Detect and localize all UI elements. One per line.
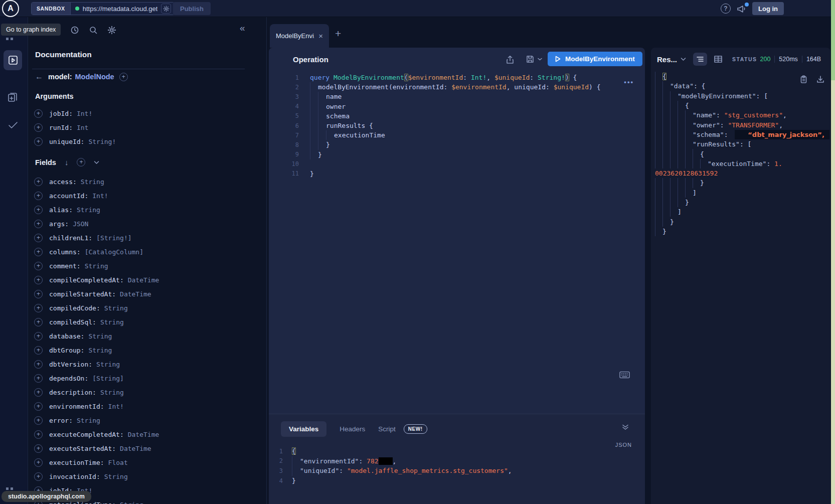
field-name-link[interactable]: description:: [49, 389, 96, 396]
field-name-link[interactable]: compiledCode:: [49, 304, 100, 312]
field-name-link[interactable]: access:: [49, 178, 77, 186]
add-to-operation-button[interactable]: [34, 388, 43, 397]
tab-script[interactable]: Script: [378, 425, 396, 433]
add-to-operation-button[interactable]: [34, 290, 43, 298]
chevron-down-icon[interactable]: [681, 57, 686, 61]
add-to-operation-button[interactable]: [34, 220, 43, 228]
field-name-link[interactable]: dbtVersion:: [49, 361, 92, 368]
field-type-link[interactable]: String: [81, 178, 104, 186]
rail-bottom-icon[interactable]: [6, 487, 9, 490]
add-to-operation-button[interactable]: [34, 374, 43, 383]
add-to-operation-button[interactable]: [34, 458, 43, 467]
field-type-link[interactable]: String: [104, 473, 128, 480]
field-type-link[interactable]: String: [77, 417, 100, 424]
add-to-operation-button[interactable]: [34, 332, 43, 341]
field-name-link[interactable]: childrenL1:: [49, 234, 92, 242]
sort-fields-button[interactable]: ↓: [65, 158, 69, 166]
response-json-view[interactable]: {"data": {"modelByEnvironment": [{"name"…: [651, 72, 830, 504]
field-name-link[interactable]: uniqueId:: [49, 138, 84, 145]
collapse-docs-button[interactable]: «: [240, 23, 245, 33]
field-type-link[interactable]: String: [120, 501, 143, 504]
field-type-link[interactable]: String!: [88, 138, 116, 145]
page-scrollbar[interactable]: [831, 0, 835, 504]
field-type-link[interactable]: Int: [77, 124, 88, 131]
add-to-operation-button[interactable]: [34, 206, 43, 214]
close-tab-button[interactable]: ×: [318, 32, 323, 40]
add-to-operation-button[interactable]: [34, 276, 43, 284]
field-type-link[interactable]: String: [96, 361, 120, 368]
add-to-operation-button[interactable]: [34, 318, 43, 326]
share-operation-button[interactable]: [506, 55, 515, 65]
response-title-dropdown[interactable]: Res...: [657, 55, 677, 64]
field-name-link[interactable]: environmentId:: [49, 403, 104, 410]
add-to-operation-button[interactable]: [34, 123, 43, 132]
field-name-link[interactable]: executeStartedAt:: [49, 445, 116, 452]
field-type-link[interactable]: [String]: [92, 375, 124, 382]
graphql-editor[interactable]: 1query ModelByEnvironment($environmentId…: [269, 73, 645, 179]
save-operation-button[interactable]: [526, 55, 542, 64]
run-operation-button[interactable]: ModelByEnvironment: [548, 52, 642, 66]
field-type-link[interactable]: Int!: [92, 192, 108, 200]
new-tab-button[interactable]: +: [335, 28, 341, 39]
rail-item-schema[interactable]: [7, 91, 19, 103]
field-type-link[interactable]: JSON: [73, 220, 88, 228]
add-to-operation-button[interactable]: [34, 416, 43, 425]
search-button[interactable]: [89, 26, 98, 35]
field-type-link[interactable]: DateTime: [128, 276, 159, 284]
field-type-link[interactable]: String: [100, 389, 124, 396]
field-name-link[interactable]: dependsOn:: [49, 375, 88, 382]
add-to-operation-button[interactable]: [34, 304, 43, 312]
field-type-link[interactable]: String: [88, 332, 112, 340]
publish-button[interactable]: Publish: [173, 2, 211, 15]
add-to-operation-button[interactable]: [34, 137, 43, 146]
add-to-operation-button[interactable]: [34, 444, 43, 453]
field-name-link[interactable]: database:: [49, 332, 84, 340]
endpoint-url-input[interactable]: https://metadata.cloud.get: [83, 5, 158, 13]
field-type-link[interactable]: DateTime: [120, 290, 151, 298]
history-button[interactable]: [70, 26, 79, 35]
field-name-link[interactable]: executionTime:: [49, 459, 104, 466]
field-name-link[interactable]: invocationId:: [49, 473, 100, 480]
keyboard-shortcuts-button[interactable]: [619, 371, 630, 379]
back-arrow-button[interactable]: ←: [35, 72, 43, 81]
field-name-link[interactable]: runId:: [49, 124, 73, 131]
field-type-link[interactable]: [String!]: [96, 234, 131, 242]
tab-modelbyenvironment[interactable]: ModelByEnvi... ×: [270, 24, 329, 48]
endpoint-control[interactable]: SANDBOX https://metadata.cloud.get: [31, 2, 175, 15]
endpoint-settings-button[interactable]: [161, 4, 171, 14]
field-type-link[interactable]: String: [77, 206, 100, 214]
add-all-fields-button[interactable]: [119, 73, 128, 81]
field-name-link[interactable]: error:: [49, 417, 73, 424]
field-name-link[interactable]: jobId:: [49, 110, 73, 117]
field-name-link[interactable]: dbtGroup:: [49, 347, 84, 354]
parent-type-link[interactable]: ModelNode: [75, 73, 114, 81]
help-button[interactable]: ?: [721, 4, 731, 14]
field-type-link[interactable]: String: [88, 347, 112, 354]
add-to-operation-button[interactable]: [34, 234, 43, 242]
add-to-operation-button[interactable]: [34, 192, 43, 200]
field-type-link[interactable]: String: [104, 304, 128, 312]
field-name-link[interactable]: columns:: [49, 248, 81, 256]
field-type-link[interactable]: DateTime: [128, 431, 159, 438]
add-to-operation-button[interactable]: [34, 346, 43, 355]
add-to-operation-button[interactable]: [34, 472, 43, 481]
settings-button[interactable]: [107, 26, 116, 35]
add-to-operation-button[interactable]: [34, 402, 43, 411]
scrollbar-thumb[interactable]: [831, 0, 835, 80]
add-to-operation-button[interactable]: [34, 248, 43, 256]
graph-index-icon[interactable]: [11, 38, 13, 40]
field-type-link[interactable]: Int!: [77, 110, 92, 117]
add-to-operation-button[interactable]: [34, 430, 43, 439]
variables-editor[interactable]: 1{2"environmentId": 782,3"uniqueId": "mo…: [269, 446, 645, 485]
field-name-link[interactable]: executeCompletedAt:: [49, 431, 124, 438]
table-view-button[interactable]: [714, 56, 722, 63]
field-name-link[interactable]: compileStartedAt:: [49, 290, 116, 298]
chevron-down-icon[interactable]: [94, 160, 99, 164]
tab-headers[interactable]: Headers: [340, 425, 365, 433]
apollo-logo[interactable]: A: [2, 0, 19, 17]
field-name-link[interactable]: accountId:: [49, 192, 88, 200]
field-name-link[interactable]: alias:: [49, 206, 73, 214]
field-name-link[interactable]: compileCompletedAt:: [49, 276, 124, 284]
field-type-link[interactable]: String: [85, 262, 108, 270]
announcements-button[interactable]: [736, 4, 748, 15]
